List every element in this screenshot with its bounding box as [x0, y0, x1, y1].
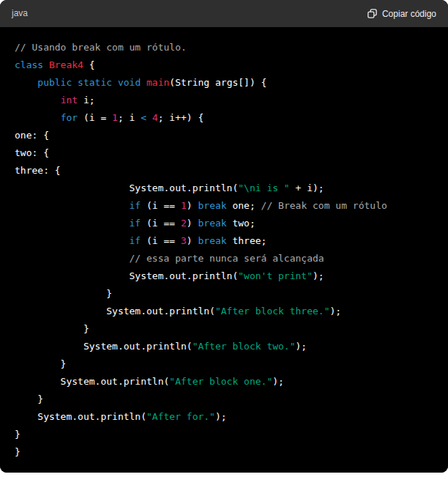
code-line: }	[15, 443, 433, 461]
code-line: System.out.println("After block two.");	[15, 338, 433, 355]
code-line: }	[15, 320, 433, 338]
code-line: if (i == 2) break two;	[15, 215, 433, 232]
code-line: for (i = 1; i < 4; i++) {	[15, 109, 433, 127]
code-line: public static void main(String args[]) {	[15, 74, 433, 92]
code-line: // essa parte nunca será alcançada	[15, 250, 433, 267]
code-line: System.out.println("won't print");	[15, 267, 433, 285]
code-line: System.out.println("After for.");	[15, 408, 433, 426]
copy-icon	[367, 8, 378, 19]
code-line: one: {	[15, 127, 433, 144]
code-line: }	[15, 355, 433, 373]
code-line: two: {	[15, 144, 433, 162]
code-line: System.out.println("\ni is " + i);	[15, 180, 433, 197]
code-block: java Copiar código // Usando break com u…	[0, 0, 448, 473]
code-content: // Usando break com um rótulo.class Brea…	[0, 27, 448, 473]
code-line: int i;	[15, 92, 433, 109]
code-line: three: {	[15, 162, 433, 180]
code-line: }	[15, 391, 433, 408]
language-label: java	[12, 0, 28, 27]
code-line: System.out.println("After block one.");	[15, 373, 433, 391]
code-line: class Break4 {	[15, 56, 433, 74]
code-header: java Copiar código	[0, 0, 448, 27]
code-line: System.out.println("After block three.")…	[15, 303, 433, 320]
code-line: if (i == 1) break one; // Break com um r…	[15, 197, 433, 215]
code-line: if (i == 3) break three;	[15, 232, 433, 250]
code-line: // Usando break com um rótulo.	[15, 39, 433, 56]
code-line: }	[15, 426, 433, 443]
copy-code-button[interactable]: Copiar código	[367, 8, 436, 19]
code-line: }	[15, 285, 433, 303]
copy-code-label: Copiar código	[382, 9, 436, 19]
